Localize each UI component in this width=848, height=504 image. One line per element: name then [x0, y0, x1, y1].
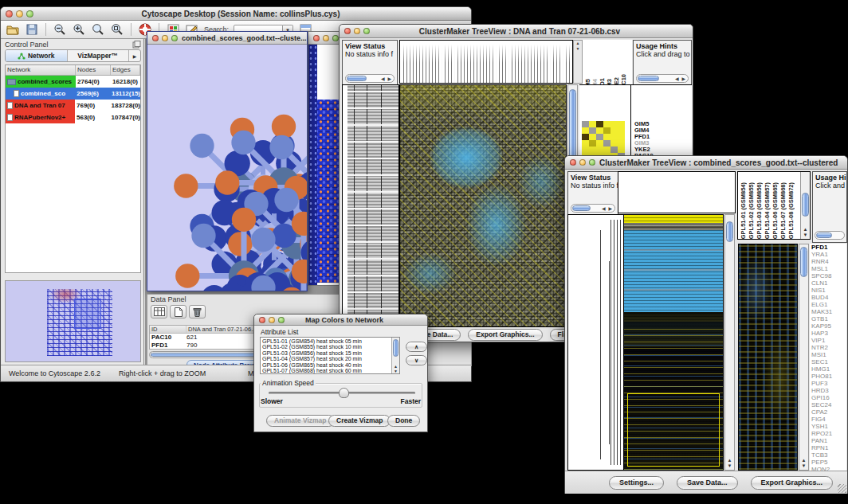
- close-button[interactable]: [6, 10, 13, 18]
- gene-label[interactable]: PFD1: [811, 244, 846, 251]
- matrix-cell[interactable]: [610, 140, 618, 147]
- gene-label[interactable]: NIS1: [811, 287, 846, 294]
- treeview-button[interactable]: Export Graphics...: [468, 329, 542, 341]
- network-list-row[interactable]: combined_sco 2569(6) 13112(15): [6, 88, 140, 100]
- matrix-cell[interactable]: [618, 127, 625, 134]
- attribute-item[interactable]: GPL51-01 (GSM854) heat shock 05 min: [262, 338, 399, 344]
- zoom-button[interactable]: [589, 159, 595, 166]
- column-dendrogram-scroll[interactable]: ▲▼: [573, 40, 583, 84]
- zoom-in-icon[interactable]: [72, 23, 86, 37]
- column-label[interactable]: GPL51-08 (GSM872): [787, 182, 795, 239]
- column-dendrogram[interactable]: [618, 171, 736, 213]
- network-list-row[interactable]: combined_scores 2764(0) 16218(0): [6, 76, 140, 88]
- zoom-button[interactable]: [363, 28, 370, 34]
- slider-thumb[interactable]: [339, 388, 349, 398]
- gene-label[interactable]: GTB1: [811, 315, 846, 322]
- network-list-row[interactable]: RNAPuberNov2+ 563(0) 107847(0): [6, 111, 140, 123]
- matrix-cell[interactable]: [589, 140, 596, 147]
- gene-label[interactable]: CPA2: [811, 408, 846, 416]
- matrix-cell[interactable]: [618, 147, 625, 153]
- open-session-button[interactable]: [6, 23, 20, 37]
- gene-label[interactable]: PEP5: [811, 459, 846, 466]
- gene-label[interactable]: SEC24: [811, 401, 846, 408]
- minimize-button[interactable]: [579, 159, 586, 166]
- network-overview[interactable]: [5, 280, 141, 362]
- matrix-cell[interactable]: [582, 127, 589, 134]
- matrix-cell[interactable]: [589, 134, 596, 140]
- matrix-cell[interactable]: [596, 140, 603, 147]
- gene-label[interactable]: PHO81: [811, 373, 846, 380]
- close-button[interactable]: [152, 35, 159, 41]
- column-label[interactable]: GPL51-04 (GSM857): [764, 182, 771, 239]
- treeview-dna-titlebar[interactable]: ClusterMaker TreeView : DNA and Tran 07-…: [340, 25, 693, 38]
- column-dendrogram[interactable]: [399, 40, 573, 84]
- heatmap-canvas[interactable]: [623, 214, 724, 471]
- network-list-row[interactable]: DNA and Tran 07 769(0) 183728(0): [6, 100, 140, 111]
- heatmap-vscrollbar[interactable]: ▲▼: [724, 214, 735, 471]
- close-button[interactable]: [313, 35, 320, 41]
- matrix-cell[interactable]: [589, 127, 596, 134]
- matrix-cell[interactable]: [596, 121, 603, 127]
- close-button[interactable]: [344, 28, 351, 34]
- gene-label[interactable]: SPC98: [811, 272, 846, 279]
- network-canvas[interactable]: [147, 45, 307, 291]
- resize-grip[interactable]: [838, 484, 846, 493]
- gene-label[interactable]: PAN1: [811, 437, 846, 444]
- matrix-cell[interactable]: [610, 121, 618, 127]
- gene-label[interactable]: HAP3: [811, 330, 846, 337]
- gene-label[interactable]: MAK31: [811, 308, 846, 315]
- move-down-button[interactable]: ∨: [406, 355, 427, 365]
- gene-label[interactable]: VIP1: [811, 337, 846, 344]
- move-up-button[interactable]: ∧: [406, 342, 427, 352]
- gene-label[interactable]: KAP95: [811, 322, 846, 330]
- matrix-cell[interactable]: [618, 134, 625, 140]
- zoom-fit-icon[interactable]: [91, 23, 105, 37]
- matrix-cell[interactable]: [618, 121, 625, 127]
- matrix-cell[interactable]: [610, 127, 618, 134]
- delete-attribute-button[interactable]: [189, 305, 206, 318]
- treeview-combined-titlebar[interactable]: ClusterMaker TreeView : combined_scores_…: [565, 156, 847, 170]
- tab-network[interactable]: Network: [6, 50, 68, 61]
- usage-hints-scrollbar[interactable]: ◀ ▶: [636, 74, 689, 83]
- attribute-item[interactable]: GPL51-06 (GSM865) heat shock 40 min: [262, 362, 399, 368]
- gene-label[interactable]: HMG1: [811, 365, 846, 373]
- row-dendrogram[interactable]: [342, 84, 399, 327]
- gene-label[interactable]: SEC1: [811, 358, 846, 365]
- gene-label[interactable]: FIG4: [811, 416, 846, 423]
- attribute-item[interactable]: GPL51-04 (GSM857) heat shock 20 min: [262, 356, 399, 361]
- save-session-button[interactable]: [25, 23, 39, 37]
- matrix-cell[interactable]: [582, 121, 589, 127]
- heatmap-canvas[interactable]: [399, 84, 567, 327]
- gene-label[interactable]: RPO21: [811, 430, 846, 437]
- similarity-matrix[interactable]: [582, 121, 625, 159]
- matrix-cell[interactable]: [603, 134, 610, 140]
- matrix-cell[interactable]: [582, 140, 589, 147]
- matrix-cell[interactable]: [618, 140, 625, 147]
- gene-label[interactable]: HRD3: [811, 387, 846, 394]
- gene-label[interactable]: ELG1: [811, 301, 846, 308]
- overview-viewport[interactable]: [74, 299, 101, 329]
- treeview-button[interactable]: Settings...: [609, 476, 664, 490]
- dialog-titlebar[interactable]: Map Colors to Network: [254, 315, 427, 326]
- zoom-button[interactable]: [332, 35, 339, 41]
- done-button[interactable]: Done: [387, 415, 420, 427]
- matrix-cell[interactable]: [596, 127, 603, 134]
- select-attributes-button[interactable]: [151, 305, 167, 318]
- create-vizmap-button[interactable]: Create Vizmap: [328, 415, 391, 427]
- column-label[interactable]: GPL51-06 (GSM865): [771, 182, 779, 239]
- animate-vizmap-button[interactable]: Animate Vizmap: [266, 415, 335, 427]
- secondary-heatmap[interactable]: [738, 244, 798, 471]
- minimize-button[interactable]: [354, 28, 360, 34]
- zoom-out-icon[interactable]: [53, 23, 67, 37]
- treeview-button[interactable]: Export Graphics...: [751, 476, 834, 490]
- float-panel-icon[interactable]: [132, 41, 141, 49]
- close-button[interactable]: [570, 159, 576, 166]
- matrix-cell[interactable]: [582, 147, 589, 153]
- attribute-list-scrollbar[interactable]: ▲▼: [391, 338, 399, 373]
- usage-hints-scrollbar[interactable]: [815, 231, 845, 240]
- gene-label[interactable]: RNR4: [811, 258, 846, 265]
- minimize-button[interactable]: [16, 10, 23, 18]
- gene-label[interactable]: CLN1: [811, 279, 846, 287]
- column-label[interactable]: GPL51-03 (GSM856): [756, 182, 764, 239]
- column-label[interactable]: GPL51-01 (GSM854): [740, 182, 748, 239]
